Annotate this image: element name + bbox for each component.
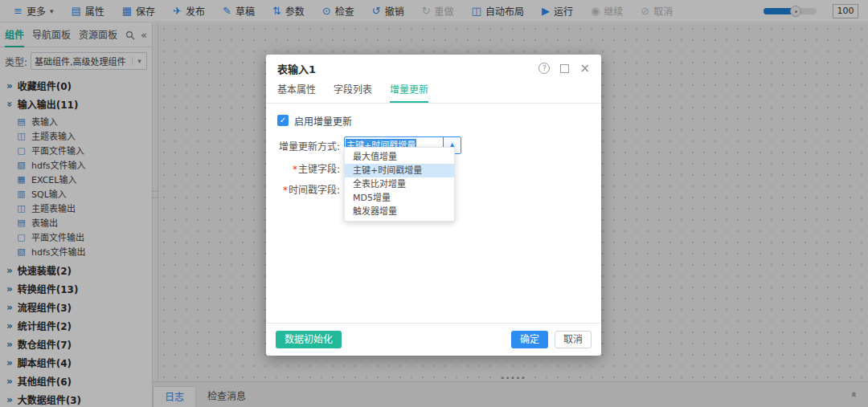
tab-field-list[interactable]: 字段列表 — [334, 82, 372, 103]
dialog-footer: 数据初始化 确定 取消 — [266, 323, 601, 355]
timestamp-field-label-text: 时间戳字段: — [289, 185, 340, 196]
primary-key-label-text: 主键字段: — [298, 164, 340, 175]
data-init-button[interactable]: 数据初始化 — [276, 331, 342, 348]
enable-incremental-label: 启用增量更新 — [294, 114, 352, 128]
dialog-title: 表输入1 — [277, 61, 316, 76]
option-trigger[interactable]: 触发器增量 — [345, 205, 454, 218]
maximize-icon[interactable] — [560, 64, 569, 73]
timestamp-field-label: *时间戳字段: — [277, 182, 340, 196]
close-icon[interactable]: × — [579, 63, 590, 75]
primary-key-label: *主键字段: — [277, 161, 340, 175]
dialog-tabs: 基本属性 字段列表 增量更新 — [266, 82, 601, 104]
option-pk-timestamp[interactable]: 主键+时间戳增量 — [345, 164, 454, 177]
required-mark: * — [283, 185, 288, 196]
option-md5[interactable]: MD5增量 — [345, 191, 454, 205]
tab-incremental-update[interactable]: 增量更新 — [390, 82, 428, 103]
app-window: ≡ 更多 ▾ ▤ 属性 ▦ 保存 ✈ 发布 ✎ 草稿 ⇅ 参数 ⊙ 检查 ↺ — [0, 0, 868, 407]
dialog-body: ✓ 启用增量更新 增量更新方式: 主键+时间戳增量 ▲ *主键字段: *时间戳字… — [266, 104, 601, 314]
enable-incremental-checkbox[interactable]: ✓ — [277, 115, 289, 126]
option-full-compare[interactable]: 全表比对增量 — [345, 177, 454, 191]
cancel-button[interactable]: 取消 — [555, 331, 592, 348]
option-max-value[interactable]: 最大值增量 — [345, 150, 454, 164]
required-mark: * — [293, 164, 297, 175]
ok-button[interactable]: 确定 — [511, 331, 548, 348]
table-input-dialog: 表输入1 ? × 基本属性 字段列表 增量更新 ✓ 启用增量更新 增量更新方式:… — [266, 55, 601, 356]
update-mode-label: 增量更新方式: — [277, 139, 340, 153]
dialog-header: 表输入1 ? × — [266, 55, 601, 82]
update-mode-dropdown: 最大值增量 主键+时间戳增量 全表比对增量 MD5增量 触发器增量 — [344, 147, 455, 222]
help-icon[interactable]: ? — [538, 63, 550, 74]
tab-basic-properties[interactable]: 基本属性 — [277, 82, 316, 103]
